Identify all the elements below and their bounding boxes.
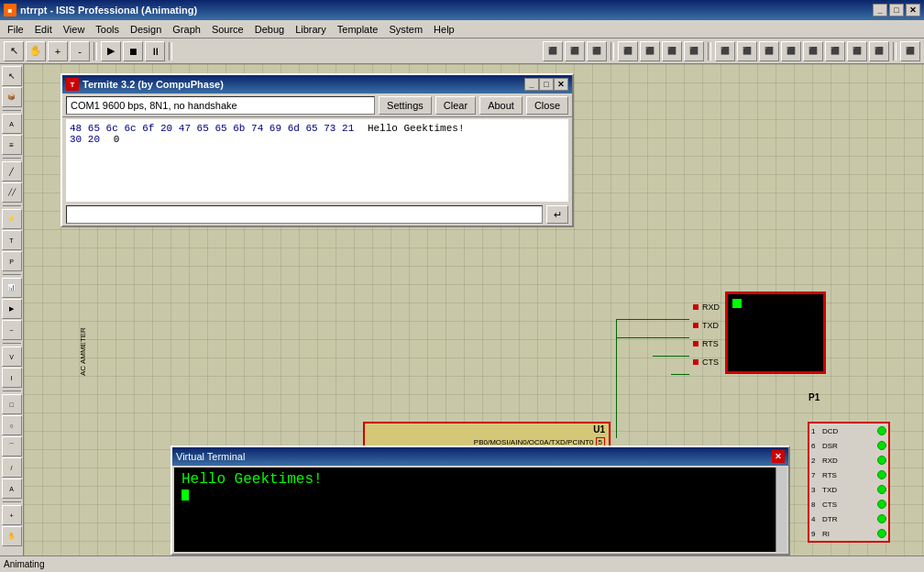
- lt-probe[interactable]: ⚡: [2, 209, 22, 229]
- menu-library[interactable]: Library: [290, 22, 332, 37]
- tb-r15[interactable]: ⬛: [869, 41, 889, 61]
- lt-arc[interactable]: ⌒: [2, 436, 22, 456]
- ac-ammeter-label: AC AMMETER: [79, 327, 87, 376]
- lt-graph[interactable]: 📊: [2, 278, 22, 298]
- tb-r4[interactable]: ⬛: [618, 41, 638, 61]
- termite-minimize[interactable]: _: [524, 78, 539, 91]
- close-port-button[interactable]: Close: [526, 96, 568, 115]
- status-bar: Animating: [0, 556, 924, 572]
- settings-button[interactable]: Settings: [379, 96, 432, 115]
- tb-r16[interactable]: ⬛: [900, 41, 920, 61]
- lt-pin[interactable]: P: [2, 251, 22, 271]
- canvas-area[interactable]: RXD TXD RTS CTS P1: [24, 64, 924, 556]
- hex-data-1: 48 65 6c 6c 6f 20 47 65 65 6b 74 69 6d 6…: [70, 123, 354, 134]
- lt-bus[interactable]: ≡: [2, 135, 22, 155]
- tb-r11[interactable]: ⬛: [781, 41, 801, 61]
- lt-curr[interactable]: I: [2, 368, 22, 388]
- window-controls: _ □ ✕: [873, 4, 920, 16]
- vterm-scrollbar[interactable]: [776, 468, 786, 552]
- menu-edit[interactable]: Edit: [29, 22, 58, 37]
- menu-help[interactable]: Help: [428, 22, 460, 37]
- tb-zoom-in[interactable]: +: [48, 41, 68, 61]
- lt-path[interactable]: /: [2, 457, 22, 478]
- tb-r8[interactable]: ⬛: [715, 41, 735, 61]
- vterm-close-button[interactable]: ✕: [772, 450, 785, 463]
- lcd-display: [725, 292, 826, 374]
- termite-input-field[interactable]: [66, 205, 543, 224]
- lt-terminal[interactable]: T: [2, 230, 22, 250]
- menu-source[interactable]: Source: [206, 22, 249, 37]
- lt-volt[interactable]: V: [2, 346, 22, 367]
- serial-cts-row: CTS: [693, 353, 720, 371]
- menu-template[interactable]: Template: [332, 22, 384, 37]
- wire-cts: [671, 374, 689, 375]
- lt-label[interactable]: A: [2, 114, 22, 134]
- tb-r5[interactable]: ⬛: [640, 41, 660, 61]
- db9-led-rxd: [877, 456, 886, 465]
- lt-sym[interactable]: A: [2, 478, 22, 499]
- tb-r10[interactable]: ⬛: [759, 41, 779, 61]
- db9-pin-dtr: 4 DTR: [809, 512, 888, 526]
- lt-box[interactable]: □: [2, 394, 22, 414]
- cts-dot: [693, 359, 698, 365]
- termite-dialog: T Termite 3.2 (by CompuPhase) _ □ ✕ COM1…: [60, 73, 574, 227]
- tb-separator-1: [94, 42, 97, 60]
- tb-zoom-out[interactable]: -: [70, 41, 90, 61]
- port-display: COM1 9600 bps, 8N1, no handshake: [66, 96, 375, 115]
- lt-zoom-window[interactable]: +: [2, 505, 22, 525]
- enter-button[interactable]: ↵: [546, 205, 568, 224]
- app-icon: ■: [4, 4, 16, 16]
- tb-r7[interactable]: ⬛: [684, 41, 704, 61]
- menu-file[interactable]: File: [2, 22, 29, 37]
- window-title: ntrrpt - ISIS Professional (Animating): [20, 5, 873, 16]
- db9-led-ri: [877, 529, 886, 538]
- txd-label: TXD: [702, 321, 719, 330]
- tb-r2[interactable]: ⬛: [565, 41, 585, 61]
- tb-pause[interactable]: ⏸: [145, 41, 165, 61]
- about-button[interactable]: About: [479, 96, 522, 115]
- main-window: ■ ntrrpt - ISIS Professional (Animating)…: [0, 0, 924, 572]
- lt-arrow[interactable]: ↖: [2, 66, 22, 86]
- db9-num-2: 2: [811, 456, 822, 465]
- menu-tools[interactable]: Tools: [90, 22, 125, 37]
- hex-data-2: 30 20: [70, 134, 100, 145]
- tb-hand[interactable]: ✋: [26, 41, 46, 61]
- tb-r1[interactable]: ⬛: [543, 41, 563, 61]
- clear-button[interactable]: Clear: [435, 96, 476, 115]
- maximize-button[interactable]: □: [889, 4, 904, 16]
- wire-rts: [653, 356, 689, 357]
- minimize-button[interactable]: _: [873, 4, 887, 16]
- tb-run[interactable]: ▶: [101, 41, 121, 61]
- tb-stop[interactable]: ⏹: [123, 41, 143, 61]
- tb-r3[interactable]: ⬛: [587, 41, 607, 61]
- lt-circle[interactable]: ○: [2, 415, 22, 435]
- termite-toolbar: COM1 9600 bps, 8N1, no handshake Setting…: [62, 94, 572, 117]
- ascii-data-1: Hello Geektimes!: [368, 123, 465, 134]
- tb-r6[interactable]: ⬛: [662, 41, 682, 61]
- tb-separator-5: [893, 42, 896, 60]
- lt-tape[interactable]: ▶: [2, 299, 22, 319]
- db9-num-9: 9: [811, 530, 822, 538]
- termite-close[interactable]: ✕: [554, 78, 568, 91]
- menu-view[interactable]: View: [58, 22, 91, 37]
- menu-debug[interactable]: Debug: [249, 22, 290, 37]
- content-area: ↖ 📦 A ≡ ╱ ╱╱ ⚡ T P 📊 ▶ ~ V I □ ○ ⌒ / A: [0, 64, 924, 556]
- termite-maximize[interactable]: □: [539, 78, 554, 91]
- lt-pan[interactable]: ✋: [2, 526, 22, 546]
- tb-r12[interactable]: ⬛: [803, 41, 823, 61]
- lt-wire[interactable]: ╱: [2, 161, 22, 182]
- tb-r13[interactable]: ⬛: [825, 41, 845, 61]
- tb-r14[interactable]: ⬛: [847, 41, 867, 61]
- db9-pin-ri: 9 RI: [809, 526, 888, 541]
- lcd-led: [732, 299, 742, 308]
- tb-r9[interactable]: ⬛: [737, 41, 757, 61]
- lt-gen[interactable]: ~: [2, 320, 22, 340]
- menu-system[interactable]: System: [383, 22, 428, 37]
- db9-label-dsr: DSR: [822, 442, 877, 450]
- close-button[interactable]: ✕: [906, 4, 920, 16]
- lt-component[interactable]: 📦: [2, 87, 22, 107]
- lt-bus-wire[interactable]: ╱╱: [2, 182, 22, 203]
- menu-graph[interactable]: Graph: [167, 22, 206, 37]
- tb-select[interactable]: ↖: [4, 41, 24, 61]
- menu-design[interactable]: Design: [125, 22, 167, 37]
